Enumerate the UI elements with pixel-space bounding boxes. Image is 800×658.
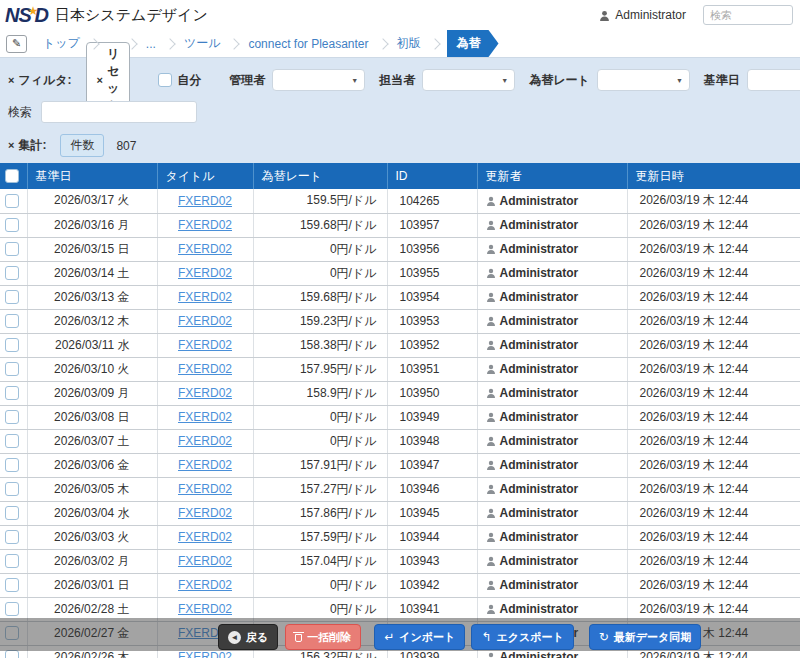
updater-name: Administrator (500, 290, 579, 304)
current-user-name[interactable]: Administrator (615, 8, 686, 22)
breadcrumb-item[interactable]: 初版 (397, 35, 421, 52)
filter-dropdown[interactable]: ▼ (272, 69, 365, 91)
row-checkbox[interactable] (5, 338, 19, 352)
breadcrumb-item[interactable]: トップ (43, 35, 80, 52)
table-row[interactable]: 2026/03/03 火FXERD02157.59円/ドル103944Admin… (0, 525, 800, 549)
row-checkbox[interactable] (5, 314, 19, 328)
table-row[interactable]: 2026/03/01 日FXERD020円/ドル103942Administra… (0, 573, 800, 597)
row-checkbox[interactable] (5, 194, 19, 208)
record-link[interactable]: FXERD02 (178, 338, 232, 352)
table-row[interactable]: 2026/03/06 金FXERD02157.91円/ドル103947Admin… (0, 453, 800, 477)
row-checkbox[interactable] (5, 434, 19, 448)
logo-text-d: D (35, 5, 48, 25)
updater-name: Administrator (500, 482, 579, 496)
cell-id: 103948 (387, 429, 477, 453)
row-checkbox[interactable] (5, 602, 19, 616)
col-title[interactable]: タイトル (157, 163, 253, 189)
row-checkbox[interactable] (5, 458, 19, 472)
person-icon (486, 436, 496, 446)
import-button[interactable]: ↵ インポート (374, 624, 465, 650)
row-checkbox[interactable] (5, 530, 19, 544)
breadcrumb-item[interactable]: ... (146, 37, 156, 51)
record-link[interactable]: FXERD02 (178, 410, 232, 424)
row-select-cell (0, 477, 27, 501)
filter-field: 担当者▼ (379, 69, 515, 91)
record-link[interactable]: FXERD02 (178, 194, 232, 208)
table-row[interactable]: 2026/03/05 木FXERD02157.27円/ドル103946Admin… (0, 477, 800, 501)
record-link[interactable]: FXERD02 (178, 434, 232, 448)
clear-x-icon[interactable]: × (8, 74, 14, 86)
record-link[interactable]: FXERD02 (178, 386, 232, 400)
table-row[interactable]: 2026/03/13 金FXERD02159.68円/ドル103954Admin… (0, 285, 800, 309)
table-row[interactable]: 2026/03/10 火FXERD02157.95円/ドル103951Admin… (0, 357, 800, 381)
record-link[interactable]: FXERD02 (178, 554, 232, 568)
table-row[interactable]: 2026/03/15 日FXERD020円/ドル103956Administra… (0, 237, 800, 261)
sync-latest-data-button[interactable]: ↻ 最新データ同期 (589, 624, 702, 650)
filter-dropdown[interactable]: ▼ (597, 69, 690, 91)
row-checkbox[interactable] (5, 482, 19, 496)
row-checkbox[interactable] (5, 242, 19, 256)
record-link[interactable]: FXERD02 (178, 650, 232, 658)
record-link[interactable]: FXERD02 (178, 602, 232, 616)
table-row[interactable]: 2026/03/02 月FXERD02157.04円/ドル103943Admin… (0, 549, 800, 573)
row-checkbox[interactable] (5, 578, 19, 592)
table-row[interactable]: 2026/03/07 土FXERD020円/ドル103948Administra… (0, 429, 800, 453)
col-id[interactable]: ID (387, 163, 477, 189)
bulk-delete-button[interactable]: 一括削除 (285, 624, 361, 650)
table-row[interactable]: 2026/03/12 木FXERD02159.23円/ドル103953Admin… (0, 309, 800, 333)
row-checkbox[interactable] (5, 506, 19, 520)
record-link[interactable]: FXERD02 (178, 458, 232, 472)
self-filter-checkbox[interactable] (158, 73, 172, 87)
filter-bar: ×フィルタ: ×リセット 自分 管理者▼担当者▼為替レート▼基準日▼ (8, 68, 800, 92)
table-row[interactable]: 2026/03/11 水FXERD02158.38円/ドル103952Admin… (0, 333, 800, 357)
breadcrumb-item[interactable]: ツール (184, 35, 221, 52)
record-link[interactable]: FXERD02 (178, 578, 232, 592)
row-checkbox[interactable] (5, 362, 19, 376)
row-checkbox[interactable] (5, 650, 19, 658)
global-search-input[interactable] (703, 5, 793, 25)
filter-search-input[interactable] (41, 101, 197, 123)
row-checkbox[interactable] (5, 290, 19, 304)
record-link[interactable]: FXERD02 (178, 530, 232, 544)
col-base-date[interactable]: 基準日 (27, 163, 157, 189)
table-row[interactable]: 2026/03/09 月FXERD02158.9円/ドル103950Admini… (0, 381, 800, 405)
filter-dropdown[interactable]: ▼ (747, 69, 800, 91)
record-link[interactable]: FXERD02 (178, 362, 232, 376)
select-all-checkbox[interactable] (5, 169, 19, 183)
row-checkbox[interactable] (5, 218, 19, 232)
col-exchange-rate[interactable]: 為替レート (253, 163, 387, 189)
row-checkbox[interactable] (5, 386, 19, 400)
filter-dropdown[interactable]: ▼ (422, 69, 515, 91)
row-checkbox[interactable] (5, 266, 19, 280)
edit-pencil-button[interactable]: ✎ (6, 35, 27, 53)
row-checkbox[interactable] (5, 410, 19, 424)
clear-x-icon[interactable]: × (8, 139, 14, 151)
cell-updated-time: 2026/03/19 木 12:44 (627, 213, 800, 237)
chevron-down-icon: ▼ (351, 77, 358, 84)
col-updated-time[interactable]: 更新日時 (627, 163, 800, 189)
cell-id: 103952 (387, 333, 477, 357)
row-select-cell (0, 429, 27, 453)
row-select-cell (0, 525, 27, 549)
table-row[interactable]: 2026/03/14 土FXERD020円/ドル103955Administra… (0, 261, 800, 285)
record-link[interactable]: FXERD02 (178, 266, 232, 280)
back-button[interactable]: ◄ 戻る (218, 624, 278, 650)
table-row[interactable]: 2026/03/08 日FXERD020円/ドル103949Administra… (0, 405, 800, 429)
record-link[interactable]: FXERD02 (178, 314, 232, 328)
col-updater[interactable]: 更新者 (477, 163, 627, 189)
table-row[interactable]: 2026/03/16 月FXERD02159.68円/ドル103957Admin… (0, 213, 800, 237)
cell-updated-time: 2026/03/19 木 12:44 (627, 525, 800, 549)
record-link[interactable]: FXERD02 (178, 290, 232, 304)
record-link[interactable]: FXERD02 (178, 506, 232, 520)
record-link[interactable]: FXERD02 (178, 482, 232, 496)
table-row[interactable]: 2026/03/04 水FXERD02157.86円/ドル103945Admin… (0, 501, 800, 525)
breadcrumb-item[interactable]: connect for Pleasanter (248, 37, 368, 51)
record-link[interactable]: FXERD02 (178, 242, 232, 256)
record-link[interactable]: FXERD02 (178, 218, 232, 232)
export-button[interactable]: ↰ エクスポート (471, 624, 573, 650)
cell-exchange-rate: 158.38円/ドル (253, 333, 387, 357)
row-checkbox[interactable] (5, 554, 19, 568)
table-row[interactable]: 2026/03/17 火FXERD02159.5円/ドル104265Admini… (0, 189, 800, 213)
cell-updated-time: 2026/03/19 木 12:44 (627, 333, 800, 357)
count-chip-button[interactable]: 件数 (60, 134, 104, 157)
